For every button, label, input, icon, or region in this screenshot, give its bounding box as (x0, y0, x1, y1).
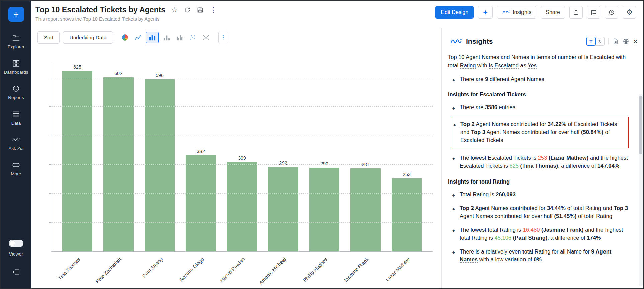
sidebar-item-more[interactable]: More (1, 161, 31, 176)
add-button[interactable]: + (478, 6, 493, 19)
bar-jasmine-frank[interactable] (350, 168, 381, 251)
edit-design-button[interactable]: Edit Design (435, 6, 474, 19)
insights-panel-header: Insights T (450, 37, 638, 46)
insight-link[interactable]: Agent Names (466, 54, 499, 60)
insight-text: Agent Names contributed for (474, 205, 547, 211)
insight-link[interactable]: Is Escalated (489, 62, 519, 69)
y-axis-tick (49, 106, 51, 107)
chart-type-pie-icon[interactable] (120, 32, 130, 43)
sidebar-item-reports[interactable]: Reports (1, 85, 31, 100)
insight-bullet: ◆Top 2 Agent Names contributed for 34.44… (448, 204, 629, 220)
insight-bullet: ◆The lowest Escalated Tickets is 253 (La… (448, 154, 629, 170)
insight-link[interactable]: Top 2 (460, 205, 474, 211)
chart-type-bar-icon-selected[interactable] (146, 32, 159, 43)
insight-bullet: ◆There is a relatively even total Rating… (448, 248, 629, 264)
table-icon (12, 110, 20, 118)
sort-button[interactable]: Sort (37, 31, 60, 44)
insight-link[interactable]: Paul Strang (515, 235, 546, 241)
y-axis-tick (49, 222, 51, 223)
chart-view-button[interactable] (595, 37, 605, 46)
x-axis-label: Lazar Mathew (384, 256, 411, 283)
bar-paul-strang[interactable] (145, 79, 175, 251)
insight-text: There are (460, 104, 485, 110)
bar-phillip-hughes[interactable] (309, 168, 339, 251)
insight-link[interactable]: Top 3 (614, 205, 628, 211)
insight-link[interactable]: Lazar Mathew (550, 155, 586, 161)
comment-icon[interactable] (587, 6, 600, 19)
more-options-kebab-icon[interactable]: ⋮ (210, 6, 217, 14)
insight-text: with (476, 62, 489, 68)
app-window: + Explorer Dashboards Reports Data Ask Z… (0, 0, 644, 289)
main-region: Top 10 Escalated Tickets by Agents ☆ ⋮ T… (31, 1, 643, 288)
sidebar-item-explorer[interactable]: Explorer (1, 34, 31, 49)
chart-type-line-icon[interactable] (133, 32, 143, 43)
globe-icon[interactable] (623, 38, 629, 45)
gridline (51, 136, 433, 136)
scrollbar-track[interactable] (639, 94, 643, 286)
insight-link[interactable]: Yes (528, 62, 537, 69)
gridline (51, 222, 433, 223)
refresh-icon[interactable] (184, 7, 191, 13)
chart-type-group (120, 32, 211, 43)
toggle-knob (9, 240, 15, 246)
underlying-data-button[interactable]: Underlying Data (63, 31, 113, 44)
chart-type-column-icon[interactable] (162, 32, 172, 43)
collapse-sidebar-button[interactable] (12, 268, 20, 277)
insight-link[interactable]: Top 10 (448, 54, 465, 60)
bar-lazar-mathew[interactable] (392, 178, 422, 251)
document-icon[interactable] (612, 38, 619, 45)
insight-text: 260,093 (496, 191, 516, 197)
insight-text: 253 (538, 155, 547, 161)
text-view-button[interactable]: T (586, 37, 596, 46)
insight-bullet: ◆The lowest total Rating is 16,480 (Jasm… (448, 226, 629, 242)
sidebar-item-data[interactable]: Data (1, 110, 31, 126)
bar-value-label: 253 (403, 172, 410, 177)
toolbar-kebab-icon[interactable]: ⋮ (218, 32, 228, 43)
insight-bullet-highlighted: ◆Top 2 Agent Names contributed for 34.22… (451, 117, 629, 148)
share-button[interactable]: Share (541, 6, 565, 19)
insights-button[interactable]: Insights (497, 6, 536, 19)
sidebar-item-label: Reports (8, 95, 24, 100)
bar-antonio-micheal[interactable] (268, 167, 298, 251)
bullet-diamond-icon: ◆ (452, 78, 455, 83)
viewer-label: Viewer (9, 251, 23, 257)
viewer-toggle[interactable] (9, 240, 23, 247)
insight-bullet: ◆There are 3586 entries (448, 103, 629, 112)
sidebar-item-dashboards[interactable]: Dashboards (1, 59, 31, 75)
bullet-diamond-icon: ◆ (452, 106, 455, 111)
chart-type-grouped-bar-icon[interactable] (175, 32, 185, 43)
close-icon[interactable]: × (633, 37, 638, 46)
favorite-star-icon[interactable]: ☆ (171, 6, 178, 14)
settings-gear-icon[interactable]: ⚙ (623, 6, 636, 19)
bar-rozario-diego[interactable] (186, 155, 216, 251)
insight-text: 16,480 (523, 227, 540, 233)
insight-text: , a difference of (547, 235, 587, 241)
insight-link[interactable]: Tina Thomas (522, 163, 556, 169)
sidebar-item-ask-zia[interactable]: Ask Zia (1, 136, 31, 151)
insight-link[interactable]: Top 3 (471, 129, 485, 135)
export-icon[interactable] (569, 6, 583, 19)
insight-text: in terms of number of (529, 54, 584, 60)
insight-link[interactable]: Names (511, 54, 529, 60)
insight-text: The lowest Escalated Tickets is (460, 155, 538, 161)
sidebar-item-label: Dashboards (4, 70, 28, 75)
save-icon[interactable] (197, 7, 204, 13)
pie-icon (122, 34, 128, 41)
insight-link[interactable]: Top 2 (460, 121, 475, 127)
insights-panel: Insights T (441, 28, 643, 288)
insight-link[interactable]: Jasmine Frank (543, 227, 582, 233)
chart-type-scatter-icon[interactable] (188, 32, 198, 43)
insight-link[interactable]: Is Escalated (584, 54, 614, 60)
scrollbar-thumb[interactable] (639, 96, 642, 154)
history-icon[interactable] (605, 6, 618, 19)
gridline (51, 78, 433, 78)
gridline (51, 193, 433, 194)
insight-link[interactable]: Rating (460, 62, 476, 69)
topbar-actions: Edit Design + Insights Share ⚙ (435, 6, 636, 19)
create-new-button[interactable]: + (8, 7, 24, 22)
bar-tina-thomas[interactable] (62, 71, 92, 251)
sidebar-item-label: Data (11, 121, 21, 126)
chart-type-flow-icon[interactable] (201, 32, 211, 43)
grid-icon (12, 59, 20, 67)
bar-harold-pawlan[interactable] (227, 162, 257, 251)
